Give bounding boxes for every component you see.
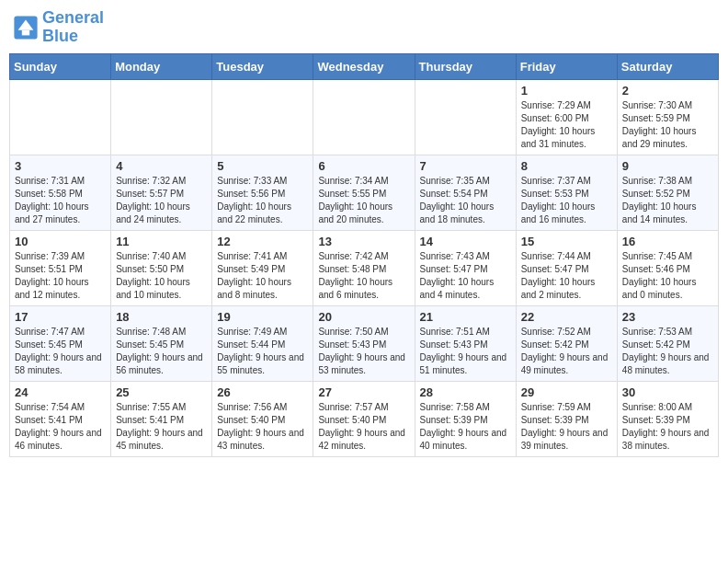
weekday-sunday: Sunday [10,53,111,79]
day-info: Sunrise: 7:51 AM Sunset: 5:43 PM Dayligh… [420,326,511,377]
weekday-monday: Monday [111,53,212,79]
day-number: 3 [15,159,106,173]
day-number: 1 [521,84,612,98]
calendar-cell: 7Sunrise: 7:35 AM Sunset: 5:54 PM Daylig… [415,155,516,230]
day-info: Sunrise: 7:39 AM Sunset: 5:51 PM Dayligh… [15,250,106,302]
calendar-row-0: 1Sunrise: 7:29 AM Sunset: 6:00 PM Daylig… [10,79,719,155]
calendar-cell [313,79,415,155]
day-number: 28 [420,385,511,399]
calendar-cell: 25Sunrise: 7:55 AM Sunset: 5:41 PM Dayli… [111,381,212,456]
calendar-cell: 8Sunrise: 7:37 AM Sunset: 5:53 PM Daylig… [516,155,617,230]
logo: General Blue [13,9,104,46]
calendar-cell: 1Sunrise: 7:29 AM Sunset: 6:00 PM Daylig… [516,79,617,155]
calendar-cell: 14Sunrise: 7:43 AM Sunset: 5:47 PM Dayli… [415,230,516,305]
day-info: Sunrise: 7:33 AM Sunset: 5:56 PM Dayligh… [217,175,308,226]
day-info: Sunrise: 7:56 AM Sunset: 5:40 PM Dayligh… [217,401,308,453]
calendar-row-3: 17Sunrise: 7:47 AM Sunset: 5:45 PM Dayli… [10,305,719,381]
day-info: Sunrise: 7:49 AM Sunset: 5:44 PM Dayligh… [217,326,308,377]
day-info: Sunrise: 7:45 AM Sunset: 5:46 PM Dayligh… [622,250,713,302]
calendar-cell: 13Sunrise: 7:42 AM Sunset: 5:48 PM Dayli… [313,230,415,305]
calendar-cell: 3Sunrise: 7:31 AM Sunset: 5:58 PM Daylig… [10,155,111,230]
weekday-thursday: Thursday [415,53,516,79]
calendar-cell: 21Sunrise: 7:51 AM Sunset: 5:43 PM Dayli… [415,305,516,381]
day-info: Sunrise: 8:00 AM Sunset: 5:39 PM Dayligh… [622,401,713,453]
calendar-cell [10,79,111,155]
calendar-cell: 12Sunrise: 7:41 AM Sunset: 5:49 PM Dayli… [212,230,313,305]
day-number: 5 [217,159,308,173]
calendar-cell: 19Sunrise: 7:49 AM Sunset: 5:44 PM Dayli… [212,305,313,381]
day-number: 13 [318,235,409,248]
day-info: Sunrise: 7:31 AM Sunset: 5:58 PM Dayligh… [15,175,106,226]
day-info: Sunrise: 7:52 AM Sunset: 5:42 PM Dayligh… [521,326,612,377]
calendar-cell: 26Sunrise: 7:56 AM Sunset: 5:40 PM Dayli… [212,381,313,456]
day-number: 18 [116,310,207,324]
day-info: Sunrise: 7:30 AM Sunset: 5:59 PM Dayligh… [622,99,713,151]
day-info: Sunrise: 7:32 AM Sunset: 5:57 PM Dayligh… [116,175,207,226]
day-number: 11 [116,235,207,248]
calendar-cell: 24Sunrise: 7:54 AM Sunset: 5:41 PM Dayli… [10,381,111,456]
day-info: Sunrise: 7:41 AM Sunset: 5:49 PM Dayligh… [217,250,308,302]
day-number: 14 [420,235,511,248]
weekday-friday: Friday [516,53,617,79]
day-number: 21 [420,310,511,324]
calendar-row-2: 10Sunrise: 7:39 AM Sunset: 5:51 PM Dayli… [10,230,719,305]
calendar-cell: 10Sunrise: 7:39 AM Sunset: 5:51 PM Dayli… [10,230,111,305]
calendar-cell: 5Sunrise: 7:33 AM Sunset: 5:56 PM Daylig… [212,155,313,230]
day-number: 7 [420,159,511,173]
day-number: 6 [318,159,409,173]
calendar-cell: 15Sunrise: 7:44 AM Sunset: 5:47 PM Dayli… [516,230,617,305]
day-info: Sunrise: 7:55 AM Sunset: 5:41 PM Dayligh… [116,401,207,453]
day-info: Sunrise: 7:43 AM Sunset: 5:47 PM Dayligh… [420,250,511,302]
day-info: Sunrise: 7:50 AM Sunset: 5:43 PM Dayligh… [318,326,409,377]
day-number: 9 [622,159,713,173]
calendar-cell: 30Sunrise: 8:00 AM Sunset: 5:39 PM Dayli… [617,381,718,456]
day-number: 23 [622,310,713,324]
calendar-cell: 27Sunrise: 7:57 AM Sunset: 5:40 PM Dayli… [313,381,415,456]
weekday-header-row: SundayMondayTuesdayWednesdayThursdayFrid… [10,53,719,79]
day-info: Sunrise: 7:42 AM Sunset: 5:48 PM Dayligh… [318,250,409,302]
calendar-cell: 22Sunrise: 7:52 AM Sunset: 5:42 PM Dayli… [516,305,617,381]
calendar-cell: 29Sunrise: 7:59 AM Sunset: 5:39 PM Dayli… [516,381,617,456]
day-number: 25 [116,385,207,399]
day-number: 2 [622,84,713,98]
weekday-wednesday: Wednesday [313,53,415,79]
day-number: 22 [521,310,612,324]
calendar-row-1: 3Sunrise: 7:31 AM Sunset: 5:58 PM Daylig… [10,155,719,230]
day-info: Sunrise: 7:35 AM Sunset: 5:54 PM Dayligh… [420,175,511,226]
calendar-row-4: 24Sunrise: 7:54 AM Sunset: 5:41 PM Dayli… [10,381,719,456]
calendar-cell: 17Sunrise: 7:47 AM Sunset: 5:45 PM Dayli… [10,305,111,381]
calendar-cell: 11Sunrise: 7:40 AM Sunset: 5:50 PM Dayli… [111,230,212,305]
day-number: 17 [15,310,106,324]
calendar-body: 1Sunrise: 7:29 AM Sunset: 6:00 PM Daylig… [10,79,719,456]
day-number: 24 [15,385,106,399]
calendar-cell: 2Sunrise: 7:30 AM Sunset: 5:59 PM Daylig… [617,79,718,155]
day-number: 12 [217,235,308,248]
logo-icon [13,15,39,40]
day-info: Sunrise: 7:40 AM Sunset: 5:50 PM Dayligh… [116,250,207,302]
calendar-cell: 6Sunrise: 7:34 AM Sunset: 5:55 PM Daylig… [313,155,415,230]
day-info: Sunrise: 7:38 AM Sunset: 5:52 PM Dayligh… [622,175,713,226]
day-number: 15 [521,235,612,248]
day-number: 4 [116,159,207,173]
day-info: Sunrise: 7:57 AM Sunset: 5:40 PM Dayligh… [318,401,409,453]
weekday-tuesday: Tuesday [212,53,313,79]
day-info: Sunrise: 7:59 AM Sunset: 5:39 PM Dayligh… [521,401,612,453]
day-number: 8 [521,159,612,173]
day-number: 27 [318,385,409,399]
day-info: Sunrise: 7:37 AM Sunset: 5:53 PM Dayligh… [521,175,612,226]
day-info: Sunrise: 7:29 AM Sunset: 6:00 PM Dayligh… [521,99,612,151]
day-number: 26 [217,385,308,399]
calendar-cell: 4Sunrise: 7:32 AM Sunset: 5:57 PM Daylig… [111,155,212,230]
day-number: 20 [318,310,409,324]
day-info: Sunrise: 7:54 AM Sunset: 5:41 PM Dayligh… [15,401,106,453]
calendar-cell: 16Sunrise: 7:45 AM Sunset: 5:46 PM Dayli… [617,230,718,305]
day-info: Sunrise: 7:53 AM Sunset: 5:42 PM Dayligh… [622,326,713,377]
page-header: General Blue [9,9,719,46]
calendar-cell [111,79,212,155]
day-info: Sunrise: 7:58 AM Sunset: 5:39 PM Dayligh… [420,401,511,453]
calendar-cell: 18Sunrise: 7:48 AM Sunset: 5:45 PM Dayli… [111,305,212,381]
day-info: Sunrise: 7:47 AM Sunset: 5:45 PM Dayligh… [15,326,106,377]
calendar-cell [415,79,516,155]
weekday-saturday: Saturday [617,53,718,79]
calendar-table: SundayMondayTuesdayWednesdayThursdayFrid… [9,53,719,457]
